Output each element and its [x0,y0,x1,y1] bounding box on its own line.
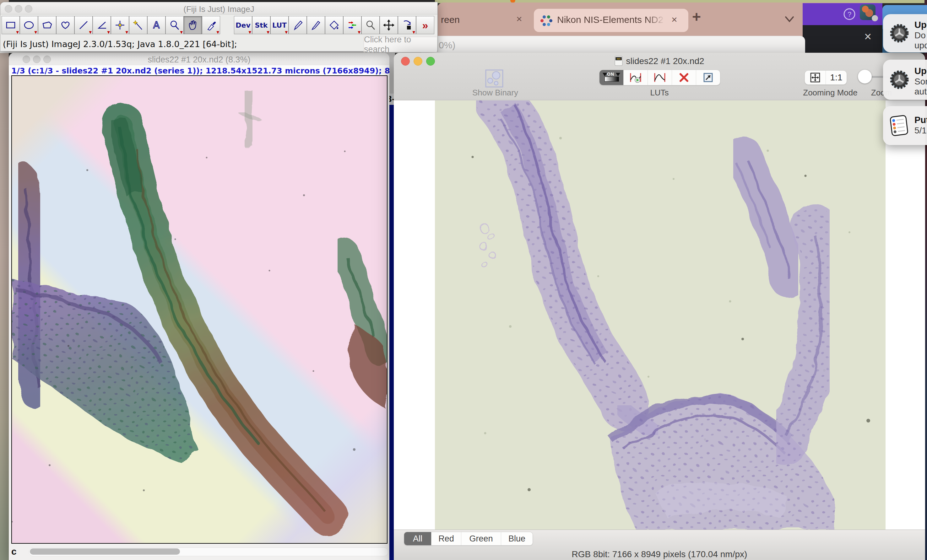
tool-scrolling-button[interactable]: ▾ [398,16,416,34]
channel-slider-label: c [11,546,17,557]
show-binary-icon[interactable] [485,69,504,88]
desktop-left-sliver [0,0,9,560]
tool-more-button[interactable]: » [416,16,434,34]
fiji-titlebar[interactable]: (Fiji Is Just) ImageJ [0,2,438,14]
sync-windows-icon [346,20,358,31]
reset-x-icon [679,72,689,83]
tool-freehand-button[interactable] [56,16,74,34]
avatar-status-dot [872,15,878,21]
fiji-main-window: (Fiji Is Just) ImageJ ▾ ▾ ▾ ▾ ▾ A ▾ ▾ De… [0,2,438,52]
channel-tab-bar: All Red Green Blue [404,532,533,546]
polygon-icon [41,20,53,31]
tool-paintbrush-button[interactable] [307,16,325,34]
luts-label: LUTs [637,88,681,98]
tool-move-button[interactable] [380,16,398,34]
active-tab-close-icon[interactable]: × [672,14,677,26]
magnifier-icon [169,20,180,31]
tool-line-button[interactable]: ▾ [74,16,93,34]
one-to-one-button[interactable]: 1:1 [826,71,846,85]
channel-tab-red[interactable]: Red [432,532,461,545]
angle-icon [96,20,107,31]
browser-active-tab-title: Nikon NIS-Elements ND2 — Bio [557,14,667,25]
line-icon [78,20,89,31]
browser-tab-fragment[interactable]: reen [441,14,460,25]
tool-magnifier-button[interactable] [362,16,380,34]
tool-color-picker-button[interactable]: ▾ [202,16,220,34]
chevron-down-icon[interactable] [784,15,795,23]
svg-text:A: A [153,20,160,30]
rectangle-icon [5,20,16,31]
tool-flood-fill-button[interactable] [325,16,343,34]
lut-on-toggle[interactable]: ON [599,70,624,85]
nikon-viewer-window: NIS slides22 #1 20x.nd2 Show Binary ON [394,53,925,560]
hidden-progress-window: 0%) [421,36,805,55]
flood-fill-icon [328,20,340,31]
move-arrows-icon [383,20,394,31]
nikon-image-view[interactable] [394,100,925,530]
fit-to-screen-button[interactable] [805,71,826,85]
scrolling-tool-icon [401,20,413,31]
lut-keep-autoscale-button[interactable] [648,70,672,85]
nikon-toolbar: NIS slides22 #1 20x.nd2 Show Binary ON [394,53,925,100]
tissue-composite-svg [12,76,387,543]
image-info-line: 1/3 (c:1/3 - slides22 #1 20x.nd2 (series… [9,65,389,75]
lut-curve-icon [652,72,667,83]
channel-tab-blue[interactable]: Blue [501,532,533,545]
tool-stk-button[interactable]: Stk▾ [252,16,271,34]
window-title: slides22 #1 20x.nd2 (8.3%) [9,55,389,65]
fiji-status-text: (Fiji Is Just) ImageJ 2.3.0/1.53q; Java … [3,39,237,49]
dark-band-close-icon[interactable]: × [864,29,871,44]
tool-oval-button[interactable]: ▾ [20,16,38,34]
reminders-icon [889,115,909,137]
tool-angle-button[interactable]: ▾ [93,16,111,34]
tool-lut-button[interactable]: LUT▾ [271,16,289,34]
tool-point-button[interactable]: ▾ [111,16,129,34]
channel-tab-all[interactable]: All [404,532,432,545]
new-tab-button[interactable]: + [692,8,701,26]
text-icon: A [151,20,162,31]
svg-text:?: ? [848,11,851,18]
fiji-search-box[interactable]: Click here to search [364,37,437,52]
paintbrush-icon [310,20,322,31]
channel-scrollbar[interactable] [29,548,388,556]
tool-text-button[interactable]: A [147,16,166,34]
zooming-mode-label: Zooming Mode [799,88,862,98]
help-icon[interactable]: ? [843,8,856,21]
browser-active-tab[interactable]: Nikon NIS-Elements ND2 — Bio × [534,9,688,32]
imagej-image-titlebar[interactable]: slides22 #1 20x.nd2 (8.3%) [9,53,389,65]
lut-reset-button[interactable] [672,70,696,85]
tool-pencil-button[interactable] [289,16,307,34]
oval-icon [23,20,35,31]
hand-icon [187,20,199,31]
magnifier-gray-icon [365,20,376,31]
tool-dev-button[interactable]: Dev▾ [234,16,252,34]
progress-fragment: 0%) [439,40,455,50]
tool-rectangle-button[interactable]: ▾ [2,16,20,34]
micrograph-rgb-view [435,100,886,530]
notification-update-1[interactable]: Upd Do y upd [883,14,927,52]
scrollbar-thumb[interactable] [30,548,180,555]
tissue-purple-svg [435,100,886,530]
tool-sync-windows-button[interactable]: ▾ [343,16,362,34]
zooming-mode-group: 1:1 [804,70,847,85]
lut-autoscale-button[interactable] [624,70,648,85]
tool-wand-button[interactable] [129,16,147,34]
micrograph-composite-view[interactable] [11,75,388,544]
tool-hand-button[interactable] [184,16,202,34]
gear-icon [889,23,909,43]
notification-update-2[interactable]: Upd Som auto [883,60,927,100]
svg-text:NIS: NIS [617,58,621,60]
window-title: (Fiji Is Just) ImageJ [0,5,438,14]
tool-polygon-button[interactable] [38,16,56,34]
tool-zoom-button[interactable]: ▾ [166,16,184,34]
tab1-close-icon[interactable]: × [516,13,522,25]
show-binary-label: Show Binary [472,88,519,98]
wand-icon [132,20,144,31]
lut-autoscale-icon [628,72,643,83]
channel-tab-green[interactable]: Green [461,532,501,545]
nis-elements-favicon [540,14,553,27]
notification-reminder[interactable]: Put 5/18 [883,106,927,145]
lut-open-window-button[interactable] [696,70,720,85]
dropper-icon [205,20,217,31]
zoom-slider-knob[interactable] [858,70,872,83]
